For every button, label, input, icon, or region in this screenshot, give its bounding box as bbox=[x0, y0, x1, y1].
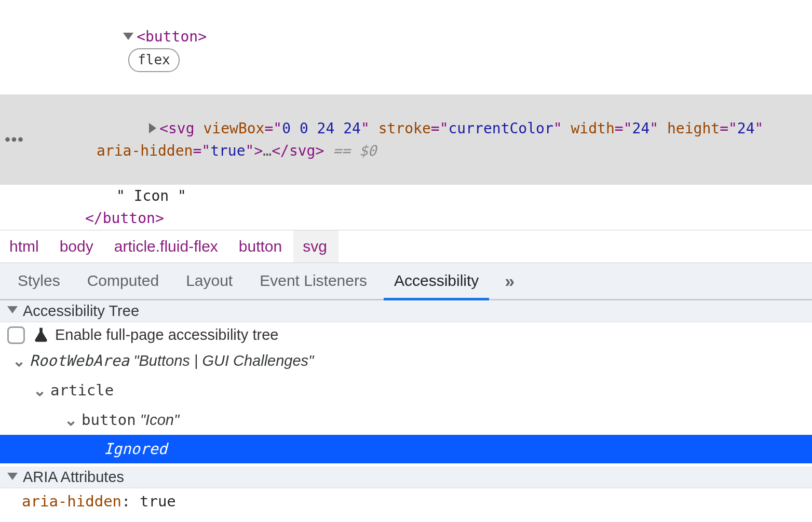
tab-layout[interactable]: Layout bbox=[172, 263, 246, 299]
accessibility-tree[interactable]: ⌄ RootWebArea "Buttons | GUI Challenges"… bbox=[0, 345, 812, 463]
accessibility-tree-body: Enable full-page accessibility tree ⌄ Ro… bbox=[0, 322, 812, 466]
tree-row-button[interactable]: ⌄ button "Icon" bbox=[0, 405, 812, 435]
gutter: ••• bbox=[0, 128, 29, 152]
flask-icon bbox=[32, 326, 50, 344]
aria-attr-value: true bbox=[140, 492, 176, 510]
chevron-down-icon[interactable]: ⌄ bbox=[33, 377, 46, 404]
dom-row-button-close[interactable]: </button> bbox=[0, 207, 812, 229]
chevron-down-icon[interactable]: ⌄ bbox=[12, 348, 25, 374]
section-header-aria-attributes[interactable]: ARIA Attributes bbox=[0, 466, 812, 488]
tree-row-ignored-selected[interactable]: Ignored bbox=[0, 435, 812, 463]
breadcrumb-item[interactable]: body bbox=[50, 230, 105, 263]
checkbox[interactable] bbox=[7, 326, 25, 344]
tab-accessibility[interactable]: Accessibility bbox=[381, 263, 492, 299]
selection-dots-icon: ••• bbox=[5, 128, 24, 152]
disclosure-triangle-icon[interactable] bbox=[149, 123, 156, 133]
dom-row-button-open[interactable]: ••• <button> flex bbox=[0, 3, 812, 94]
breadcrumb: htmlbodyarticle.fluid-flexbuttonsvg bbox=[0, 230, 812, 263]
tab-event-listeners[interactable]: Event Listeners bbox=[246, 263, 381, 299]
aria-attr-key: aria-hidden bbox=[22, 492, 121, 510]
disclosure-triangle-icon[interactable] bbox=[7, 473, 18, 480]
tree-row-article[interactable]: ⌄ article bbox=[0, 376, 812, 405]
breadcrumb-item[interactable]: svg bbox=[293, 230, 339, 263]
tab-styles[interactable]: Styles bbox=[4, 263, 74, 299]
chevron-down-icon[interactable]: ⌄ bbox=[64, 407, 77, 433]
tree-row-root[interactable]: ⌄ RootWebArea "Buttons | GUI Challenges" bbox=[0, 346, 812, 376]
disclosure-triangle-icon[interactable] bbox=[7, 306, 18, 313]
layout-badge-flex[interactable]: flex bbox=[128, 48, 180, 72]
section-header-accessibility-tree[interactable]: Accessibility Tree bbox=[0, 300, 812, 322]
section-title: Accessibility Tree bbox=[23, 303, 139, 320]
dom-row-svg-selected[interactable]: ••• <svg viewBox="0 0 24 24" stroke="cur… bbox=[0, 94, 812, 185]
disclosure-triangle-icon[interactable] bbox=[123, 33, 133, 40]
tab-computed[interactable]: Computed bbox=[74, 263, 172, 299]
elements-dom-tree[interactable]: ••• <button> flex ••• <svg viewBox="0 0 … bbox=[0, 0, 812, 230]
dom-row-text-node[interactable]: " Icon " bbox=[0, 185, 812, 207]
tabs-overflow-icon[interactable]: » bbox=[492, 271, 527, 291]
breadcrumb-item[interactable]: article.fluid-flex bbox=[105, 230, 229, 263]
sidebar-tabs: StylesComputedLayoutEvent ListenersAcces… bbox=[0, 263, 812, 300]
breadcrumb-item[interactable]: button bbox=[229, 230, 293, 263]
section-title: ARIA Attributes bbox=[23, 469, 124, 486]
gutter: ••• bbox=[0, 37, 29, 61]
aria-attributes-body: aria-hidden: true bbox=[0, 488, 812, 519]
breadcrumb-item[interactable]: html bbox=[0, 230, 50, 263]
enable-label: Enable full-page accessibility tree bbox=[55, 326, 278, 344]
enable-full-page-tree-row[interactable]: Enable full-page accessibility tree bbox=[0, 325, 812, 345]
